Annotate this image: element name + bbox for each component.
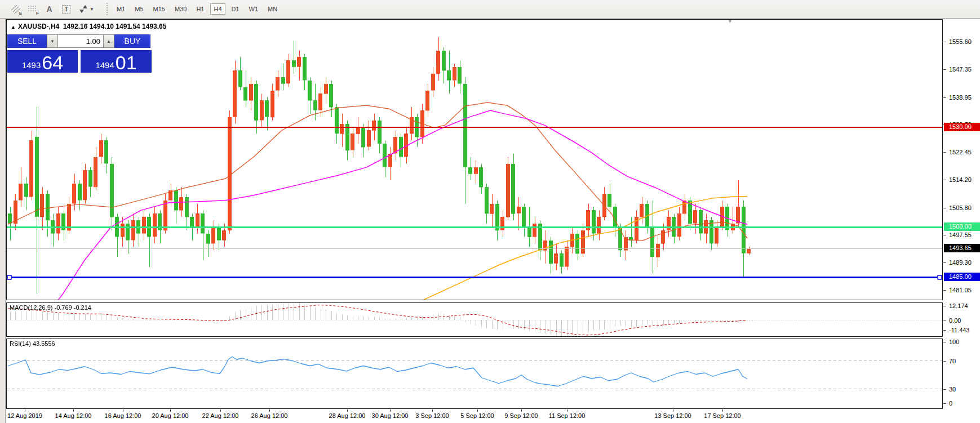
support-line-1485-price-label: 1485.00 xyxy=(944,273,980,281)
time-tick-mark xyxy=(521,409,522,412)
time-tick-mark xyxy=(477,409,478,412)
collapse-triangle-icon[interactable]: ▲ xyxy=(11,24,16,30)
timeframe-button-H1[interactable]: H1 xyxy=(193,3,207,15)
fibonacci-button[interactable]: F xyxy=(25,2,40,16)
timeframe-button-D1[interactable]: D1 xyxy=(228,3,243,15)
dropdown-caret-icon: ▼ xyxy=(90,7,94,12)
macd-indicator-panel: MACD(12,26,9) -0.769 -0.214 xyxy=(6,302,943,337)
time-tick-mark xyxy=(25,409,25,412)
price-tick-label: 1514.20 xyxy=(943,176,980,184)
line-studies-toolbar: E F A T ▼ M1M5M15M30H1H4D1W1MN xyxy=(0,0,980,19)
rsi-axis-label: 30 xyxy=(943,385,980,393)
rsi-axis-label: 0 xyxy=(943,399,980,407)
time-tick-mark xyxy=(73,409,74,412)
main-chart-panel: ▲XAUUSD-,H4 1492.16 1494.10 1491.54 1493… xyxy=(6,19,943,300)
price-axis[interactable]: 1555.601547.351538.951530.701522.451514.… xyxy=(943,19,980,421)
window-left-edge xyxy=(0,19,6,423)
text-label-button[interactable]: T xyxy=(59,2,74,16)
time-tick-label: 20 Aug 12:00 xyxy=(142,412,198,419)
sell-price-big: 64 xyxy=(42,54,63,72)
price-tick-label: 1538.95 xyxy=(943,93,980,101)
buy-button[interactable]: BUY xyxy=(114,34,150,48)
resistance-line-1530-price-label: 1530.00 xyxy=(944,123,980,131)
macd-canvas[interactable] xyxy=(7,303,942,336)
sell-price-main: 1493 xyxy=(22,60,41,70)
price-tick-label: 1489.30 xyxy=(943,259,980,266)
fibonacci-letter: F xyxy=(36,11,39,16)
arrows-icon xyxy=(79,5,87,13)
time-tick-mark xyxy=(220,409,221,412)
toolbar-grip xyxy=(107,3,108,15)
timeframe-button-M15[interactable]: M15 xyxy=(150,3,168,15)
chart-window: ▲XAUUSD-,H4 1492.16 1494.10 1491.54 1493… xyxy=(6,19,980,423)
macd-axis-label: 0.00 xyxy=(943,317,980,324)
price-tick-label: 1505.80 xyxy=(943,204,980,212)
time-tick-label: 13 Sep 12:00 xyxy=(645,412,701,419)
time-axis[interactable]: 12 Aug 201914 Aug 12:0016 Aug 12:0020 Au… xyxy=(7,409,943,421)
macd-label: MACD(12,26,9) -0.769 -0.214 xyxy=(10,304,91,311)
sell-price-display[interactable]: 1493 64 xyxy=(7,49,78,73)
chart-title: ▲XAUUSD-,H4 1492.16 1494.10 1491.54 1493… xyxy=(11,23,166,30)
rsi-indicator-panel: RSI(14) 43.5556 xyxy=(6,339,943,409)
buy-price-big: 01 xyxy=(116,54,137,72)
sell-button[interactable]: SELL xyxy=(7,34,47,48)
channel-letter: E xyxy=(19,11,22,16)
time-tick-mark xyxy=(269,409,270,412)
timeframe-button-M1[interactable]: M1 xyxy=(113,3,128,15)
one-click-trading-panel: SELL ▼ ▲ BUY 1493 64 1494 01 xyxy=(7,34,152,73)
text-button[interactable]: A xyxy=(42,2,57,16)
macd-axis-label: -11.443 xyxy=(943,326,980,334)
volume-increase-button[interactable]: ▲ xyxy=(103,34,114,48)
time-tick-label: 26 Aug 12:00 xyxy=(241,412,298,419)
timeframe-button-W1[interactable]: W1 xyxy=(246,3,262,15)
volume-input[interactable] xyxy=(58,34,103,48)
time-tick-mark xyxy=(432,409,433,412)
timeframe-button-M30[interactable]: M30 xyxy=(171,3,190,15)
timeframe-button-MN[interactable]: MN xyxy=(264,3,281,15)
rsi-axis-label: 70 xyxy=(943,357,980,365)
rsi-label: RSI(14) 43.5556 xyxy=(10,340,55,347)
buy-price-display[interactable]: 1494 01 xyxy=(81,49,152,73)
price-tick-label: 1547.35 xyxy=(943,65,980,73)
support-line-1500-price-label: 1500.00 xyxy=(944,222,980,231)
buy-price-main: 1494 xyxy=(95,60,114,70)
price-tick-label: 1555.60 xyxy=(943,38,980,46)
price-tick-label: 1497.55 xyxy=(943,231,980,239)
volume-decrease-button[interactable]: ▼ xyxy=(47,34,58,48)
price-tick-label: 1522.45 xyxy=(943,148,980,156)
current-price-line-price-label: 1493.65 xyxy=(944,244,980,252)
time-tick-mark xyxy=(673,409,673,412)
time-tick-mark xyxy=(567,409,567,412)
timeframe-button-H4[interactable]: H4 xyxy=(210,3,225,15)
time-tick-label: 11 Sep 12:00 xyxy=(539,412,595,419)
scroll-shift-marker-icon: ▼ xyxy=(728,19,733,24)
rsi-canvas[interactable] xyxy=(7,339,942,408)
time-tick-label: 14 Aug 12:00 xyxy=(45,412,101,419)
text-label-icon: T xyxy=(62,5,70,14)
mt4-terminal-window: E F A T ▼ M1M5M15M30H1H4D1W1MN ▲XAU xyxy=(0,0,980,423)
price-tick-label: 1481.05 xyxy=(943,286,980,294)
time-tick-mark xyxy=(390,409,391,412)
arrows-button[interactable]: ▼ xyxy=(76,2,98,16)
timeframe-button-M5[interactable]: M5 xyxy=(131,3,147,15)
time-tick-mark xyxy=(347,409,348,412)
rsi-axis-label: 100 xyxy=(943,338,980,346)
macd-axis-label: 12.174 xyxy=(943,302,980,310)
timeframe-toolbar: M1M5M15M30H1H4D1W1MN xyxy=(113,3,283,15)
time-tick-label: 17 Sep 12:00 xyxy=(694,412,751,419)
equidistant-channel-button[interactable]: E xyxy=(8,2,23,16)
time-tick-label: 22 Aug 12:00 xyxy=(192,412,249,419)
chart-symbol: XAUUSD-,H4 xyxy=(18,23,59,30)
time-tick-mark xyxy=(170,409,171,412)
chart-ohlc-values: 1492.16 1494.10 1491.54 1493.65 xyxy=(63,23,167,30)
text-icon: A xyxy=(46,5,52,14)
time-tick-mark xyxy=(722,409,723,412)
time-tick-mark xyxy=(123,409,123,412)
